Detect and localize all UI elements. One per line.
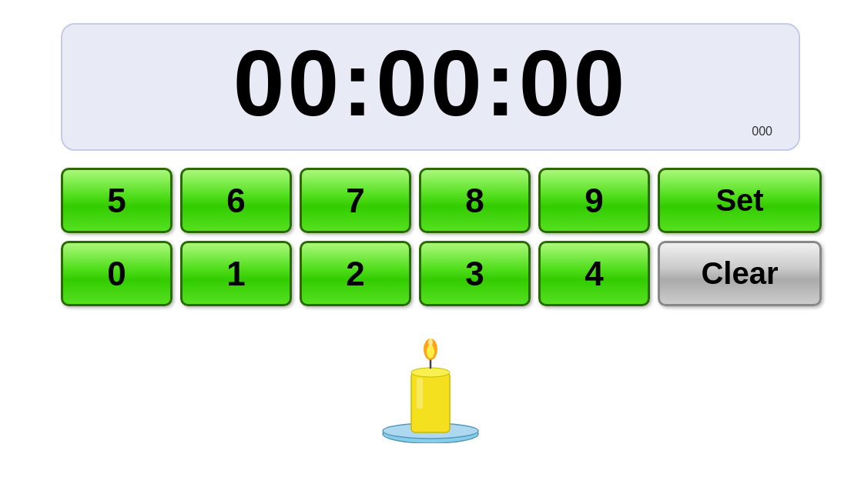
button-row-2: 0 1 2 3 4 Clear [61, 241, 800, 306]
clear-button[interactable]: Clear [658, 241, 822, 306]
svg-rect-8 [417, 378, 423, 409]
digit-9-button[interactable]: 9 [538, 168, 650, 233]
svg-point-6 [427, 345, 434, 359]
digit-2-button[interactable]: 2 [300, 241, 411, 306]
timer-display: 00:00:00 000 [61, 23, 800, 151]
candle-decoration [365, 320, 496, 443]
digit-0-button[interactable]: 0 [61, 241, 173, 306]
numpad-grid: 5 6 7 8 9 Set 0 1 2 3 4 Clear [61, 168, 800, 306]
svg-point-3 [411, 368, 450, 377]
digit-6-button[interactable]: 6 [180, 168, 292, 233]
digit-7-button[interactable]: 7 [300, 168, 411, 233]
timer-milliseconds: 000 [752, 125, 772, 139]
timer-time: 00:00:00 [85, 32, 776, 134]
digit-1-button[interactable]: 1 [180, 241, 292, 306]
digit-4-button[interactable]: 4 [538, 241, 650, 306]
digit-8-button[interactable]: 8 [419, 168, 531, 233]
set-button[interactable]: Set [658, 168, 822, 233]
button-row-1: 5 6 7 8 9 Set [61, 168, 800, 233]
candle-icon [365, 320, 496, 443]
digit-3-button[interactable]: 3 [419, 241, 531, 306]
digit-5-button[interactable]: 5 [61, 168, 173, 233]
svg-point-7 [428, 339, 433, 346]
